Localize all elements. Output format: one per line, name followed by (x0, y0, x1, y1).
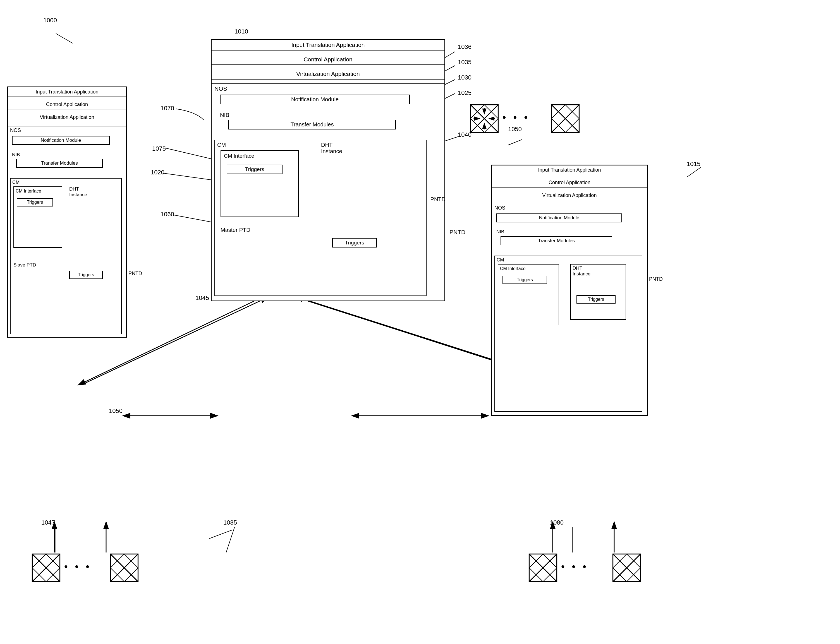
center-cm-interface-label: CM Interface (224, 153, 254, 159)
left-cm-dht: CM CM Interface Triggers DHTInstance Sla… (10, 178, 122, 334)
center-dht-triggers: Triggers (332, 238, 377, 248)
left-nib-label: NIB (12, 152, 20, 158)
center-cm-triggers: Triggers (227, 164, 283, 174)
switch-bot-right-1 (528, 552, 558, 583)
dots-bot-left: • • • (64, 561, 92, 573)
left-cm-interface-label: CM Interface (16, 189, 41, 194)
ref-1080: 1080 (550, 519, 563, 526)
left-virt-app: Virtualization Application (8, 113, 126, 122)
ref-1015: 1015 (687, 161, 700, 168)
right-dht-triggers: Triggers (576, 295, 616, 304)
right-cm-triggers: Triggers (502, 276, 547, 284)
diagram: 1000 1010 1036 1035 1030 1025 1070 1040 … (0, 0, 840, 644)
left-cm-label: CM (12, 180, 20, 185)
left-control-app: Control Application (8, 100, 126, 109)
right-nos-label: NOS (494, 205, 505, 211)
ref-1085: 1085 (223, 519, 237, 526)
center-node: Input Translation Application Control Ap… (211, 39, 445, 301)
right-nos-section: NOS Notification Module NIB Transfer Mod… (492, 204, 647, 417)
right-transfer-modules: Transfer Modules (501, 237, 612, 245)
center-transfer-modules: Transfer Modules (228, 120, 396, 130)
ref-1025: 1025 (458, 89, 471, 97)
switch-icon-top-left (469, 103, 500, 134)
center-cm-interface-box: CM Interface Triggers (221, 150, 299, 217)
ref-1045: 1045 (195, 294, 209, 302)
right-input-translation: Input Translation Application (492, 166, 647, 175)
center-nos-label: NOS (214, 85, 227, 92)
ref-1050-top: 1050 (508, 126, 522, 133)
right-cm-interface-label: CM Interface (500, 266, 525, 271)
ref-1047: 1047 (41, 519, 55, 526)
switch-bot-right-2 (611, 552, 642, 583)
ref-1070: 1070 (160, 105, 174, 112)
center-dht-label: DHTInstance (321, 142, 342, 154)
left-nos-section: NOS Notification Module NIB Transfer Mod… (8, 126, 126, 338)
right-nib-label: NIB (496, 229, 504, 235)
ref-1035: 1035 (458, 59, 471, 66)
switch-bot-left-1 (31, 552, 61, 583)
center-virt-app: Virtualization Application (212, 69, 445, 79)
ref-1060: 1060 (160, 211, 174, 218)
center-cm-dht: CM CM Interface Triggers Master PTD DHTI… (214, 140, 427, 296)
left-dht-label: DHTInstance (69, 186, 87, 197)
right-control-app: Control Application (492, 178, 647, 187)
left-cm-interface-box: CM Interface Triggers (13, 186, 62, 248)
left-notification-module: Notification Module (12, 136, 110, 145)
center-nib-label: NIB (220, 112, 229, 118)
left-slave-ptd: Slave PTD (13, 262, 36, 268)
center-notification-module: Notification Module (220, 95, 410, 104)
left-pntd-outside: PNTD (128, 271, 142, 276)
left-dht-triggers: Triggers (69, 271, 103, 279)
right-cm-dht: CM CM Interface Triggers DHTInstance Tri… (494, 256, 642, 412)
right-dht-label: DHTInstance (573, 266, 590, 277)
left-cm-triggers: Triggers (17, 198, 53, 207)
right-cm-label: CM (497, 257, 504, 263)
right-virt-app: Virtualization Application (492, 191, 647, 200)
left-nos-label: NOS (10, 128, 21, 133)
ref-1000: 1000 (43, 17, 57, 24)
right-node: Input Translation Application Control Ap… (491, 164, 648, 416)
ref-1050-bot: 1050 (109, 407, 123, 415)
right-pntd-outside: PNTD (649, 276, 663, 282)
left-transfer-modules: Transfer Modules (16, 159, 103, 168)
dots-bot-right: • • • (561, 561, 588, 573)
ref-1010: 1010 (234, 28, 248, 35)
switch-icon-top-right (550, 103, 581, 134)
dots-top: • • • (502, 112, 530, 123)
right-notification-module: Notification Module (496, 214, 622, 222)
right-dht-box: DHTInstance Triggers (570, 264, 626, 320)
ref-1036: 1036 (458, 43, 471, 51)
right-cm-interface-box: CM Interface Triggers (498, 264, 559, 325)
center-nos-section: NOS Notification Module NIB Transfer Mod… (212, 84, 445, 302)
ref-1030: 1030 (458, 74, 471, 81)
ref-1075: 1075 (152, 145, 166, 152)
left-input-translation: Input Translation Application (8, 87, 126, 97)
left-node: Input Translation Application Control Ap… (7, 87, 127, 338)
switch-bot-left-2 (109, 552, 140, 583)
center-input-translation: Input Translation Application (212, 40, 445, 51)
center-pntd-label: PNTD (430, 196, 446, 202)
ref-1020: 1020 (151, 169, 165, 176)
center-master-ptd: Master PTD (221, 227, 250, 233)
center-control-app: Control Application (212, 54, 445, 65)
center-pntd-outside: PNTD (450, 229, 465, 235)
center-cm-label: CM (217, 142, 226, 148)
